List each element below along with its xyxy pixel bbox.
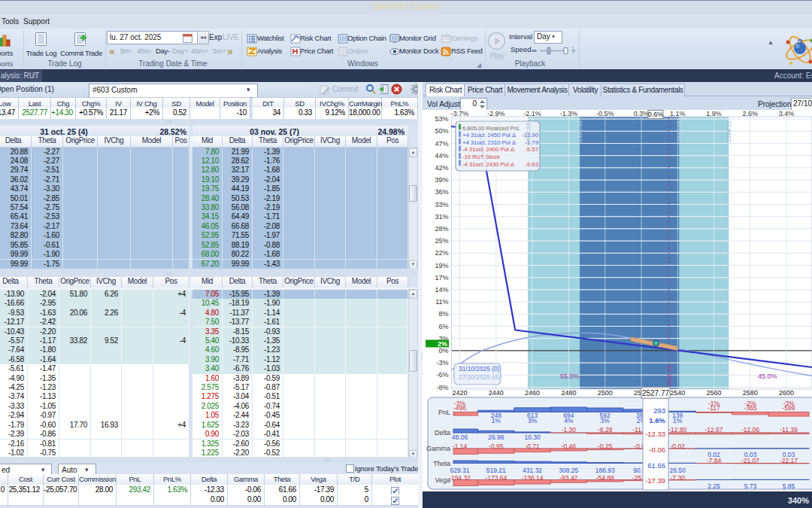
svg-text:-0.46: -0.46 [562, 443, 577, 450]
svg-text:1.6%: 1.6% [649, 416, 665, 424]
svg-text:4%: 4% [564, 417, 574, 424]
svg-text:6,805.00 Realized PnL: 6,805.00 Realized PnL [462, 125, 521, 132]
svg-text:5.85: 5.85 [783, 482, 795, 490]
svg-text:2540.85: 2540.85 [676, 120, 683, 141]
svg-text:Vega: Vega [435, 476, 450, 484]
svg-text:-54.88: -54.88 [596, 474, 614, 482]
svg-text:2500: 2500 [598, 389, 613, 397]
svg-text:-0.71: -0.71 [525, 443, 540, 450]
svg-text:Delta: Delta [435, 429, 450, 437]
svg-text:0%: 0% [438, 347, 448, 354]
svg-text:0.6%: 0.6% [648, 111, 664, 118]
svg-text:-7.30: -7.30 [671, 474, 686, 482]
svg-text:+4 31oct. 2450 Put Δ: +4 31oct. 2450 Put Δ [462, 132, 516, 138]
svg-text:10.30: 10.30 [524, 433, 541, 441]
svg-text:-17.39: -17.39 [645, 476, 665, 485]
svg-text:293: 293 [653, 406, 665, 415]
svg-text:2540: 2540 [670, 389, 685, 397]
svg-text:1%: 1% [492, 417, 501, 424]
svg-text:-7.84: -7.84 [707, 457, 722, 464]
svg-text:17%: 17% [435, 274, 448, 281]
svg-text:2568.22: 2568.22 [726, 120, 732, 141]
svg-text:-599: -599 [782, 404, 795, 412]
svg-text:-1.30: -1.30 [562, 426, 577, 433]
svg-text:-12.33: -12.33 [645, 430, 665, 438]
svg-text:629.31: 629.31 [450, 467, 470, 474]
svg-text:2527.77: 2527.77 [642, 389, 670, 397]
svg-text:1%: 1% [673, 417, 683, 424]
svg-text:14%: 14% [435, 286, 448, 294]
svg-text:-0.25: -0.25 [598, 443, 613, 450]
svg-text:19%: 19% [435, 262, 448, 269]
svg-text:25%: 25% [435, 237, 448, 245]
svg-text:31%: 31% [435, 213, 448, 221]
svg-text:-0.95: -0.95 [489, 443, 504, 450]
svg-text:53%: 53% [435, 115, 448, 123]
svg-text:2480: 2480 [561, 389, 576, 397]
svg-text:-4 31oct. 2400 Put Δ: -4 31oct. 2400 Put Δ [462, 146, 514, 153]
svg-text:-0.06: -0.06 [649, 446, 665, 454]
svg-text:-8.28: -8.28 [598, 426, 613, 433]
svg-text:-12.80: -12.80 [668, 426, 686, 433]
svg-text:519.21: 519.21 [486, 467, 506, 474]
svg-text:PnL: PnL [438, 409, 450, 416]
svg-text:8%: 8% [438, 310, 448, 318]
svg-text:36%: 36% [435, 188, 448, 196]
svg-text:-6%: -6% [436, 371, 448, 379]
svg-text:-173.64: -173.64 [485, 474, 507, 482]
svg-text:3%: 3% [528, 417, 538, 424]
svg-text:-12.67: -12.67 [704, 426, 723, 433]
svg-text:Theta: Theta [433, 460, 450, 467]
svg-text:26.50: 26.50 [670, 467, 686, 474]
svg-text:55.0%: 55.0% [560, 373, 580, 380]
svg-text:-21.07: -21.07 [741, 457, 759, 464]
svg-text:2420: 2420 [452, 389, 467, 397]
svg-text:-4 31oct. 2430 Put Δ: -4 31oct. 2430 Put Δ [462, 161, 514, 168]
svg-text:2560: 2560 [706, 389, 721, 397]
svg-text:2535.28: 2535.28 [666, 364, 673, 386]
svg-text:11%: 11% [435, 298, 448, 306]
svg-text:50%: 50% [435, 127, 448, 135]
svg-text:308.25: 308.25 [559, 467, 578, 474]
svg-text:-194.32: -194.32 [449, 474, 471, 482]
svg-text:-10 RUT Stock: -10 RUT Stock [462, 154, 500, 160]
svg-text:42%: 42% [435, 164, 448, 172]
svg-text:-93.42: -93.42 [559, 474, 577, 482]
svg-text:2%: 2% [438, 340, 447, 348]
svg-text:-0.02: -0.02 [671, 443, 686, 450]
svg-text:3%: 3% [601, 417, 611, 424]
svg-text:-3%: -3% [436, 359, 448, 367]
svg-text:-5.57: -5.57 [525, 146, 538, 153]
svg-text:27/10/2025 (4): 27/10/2025 (4) [459, 373, 500, 381]
svg-text:33%: 33% [435, 201, 448, 208]
svg-text:2580: 2580 [743, 389, 758, 397]
svg-text:-22.17: -22.17 [780, 457, 798, 464]
svg-text:-136.14: -136.14 [522, 474, 544, 482]
svg-text:61.66: 61.66 [647, 461, 665, 470]
svg-text:-365: -365 [744, 404, 756, 412]
svg-text:48.06: 48.06 [452, 433, 468, 441]
svg-text:-11.39: -11.39 [780, 426, 798, 433]
svg-text:2460: 2460 [525, 389, 540, 397]
svg-text:+4 31oct. 2310 Put Δ: +4 31oct. 2310 Put Δ [462, 139, 516, 146]
svg-text:-1.14: -1.14 [453, 443, 468, 450]
svg-text:28%: 28% [435, 225, 448, 233]
svg-text:6%: 6% [438, 323, 448, 330]
svg-text:2600: 2600 [779, 389, 794, 397]
svg-text:-9.63: -9.63 [525, 161, 538, 168]
svg-text:-12.06: -12.06 [741, 426, 759, 433]
svg-text:2457.53: 2457.53 [525, 122, 532, 144]
svg-text:2486.09: 2486.09 [577, 120, 583, 141]
svg-text:-117: -117 [707, 404, 720, 412]
svg-text:-496: -496 [453, 404, 466, 412]
svg-text:22%: 22% [435, 249, 448, 257]
svg-text:45.0%: 45.0% [758, 373, 777, 380]
svg-text:431.32: 431.32 [523, 467, 542, 474]
svg-text:26.96: 26.96 [488, 433, 504, 441]
svg-text:31/10/2025 (0): 31/10/2025 (0) [459, 365, 500, 373]
svg-text:47%: 47% [435, 140, 448, 148]
svg-text:186.93: 186.93 [595, 467, 615, 474]
svg-text:44%: 44% [435, 152, 448, 160]
svg-text:-8%: -8% [436, 384, 448, 391]
svg-text:2440: 2440 [489, 389, 504, 397]
